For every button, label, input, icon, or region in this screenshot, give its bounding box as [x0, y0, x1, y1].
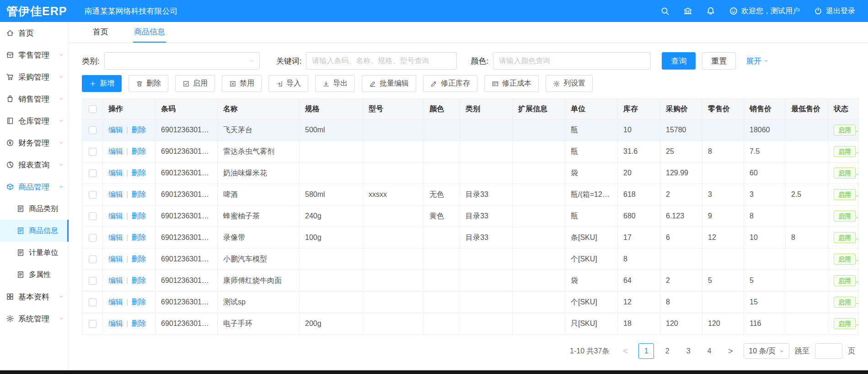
- row-checkbox[interactable]: [89, 148, 96, 156]
- reset-button[interactable]: 重置: [702, 52, 736, 70]
- sidebar-subitem-2[interactable]: 计量单位: [0, 242, 69, 264]
- edit-link[interactable]: 编辑: [108, 212, 123, 220]
- sidebar-item-4[interactable]: 仓库管理: [0, 110, 69, 132]
- chevron-up-icon: [59, 184, 64, 190]
- toolbar-button-0[interactable]: 新增: [82, 75, 122, 92]
- bell-icon[interactable]: [706, 6, 715, 16]
- toolbar-button-2[interactable]: 启用: [175, 75, 215, 92]
- page-button-3[interactable]: 3: [680, 343, 696, 359]
- row-checkbox[interactable]: [89, 126, 96, 134]
- sidebar-item-7[interactable]: 商品管理: [0, 176, 69, 198]
- toolbar-button-9[interactable]: 列设置: [546, 75, 593, 92]
- search-button[interactable]: 查询: [662, 52, 696, 70]
- tab-1[interactable]: 商品信息: [133, 22, 166, 43]
- tab-0[interactable]: 首页: [92, 22, 109, 43]
- row-checkbox[interactable]: [89, 169, 96, 177]
- table-head: 操作条码名称规格型号颜色类别扩展信息单位库存采购价零售价销售价最低售价状态: [82, 99, 859, 119]
- sidebar-subitem-0[interactable]: 商品类别: [0, 198, 69, 220]
- toolbar-button-6[interactable]: 批量编辑: [362, 75, 416, 92]
- link-separator: |: [126, 233, 128, 241]
- jump-page-input[interactable]: [815, 343, 842, 359]
- sidebar-item-6[interactable]: 报表查询: [0, 154, 69, 176]
- select-all-checkbox[interactable]: [89, 105, 96, 113]
- cell-ext: [513, 184, 565, 206]
- delete-link[interactable]: 删除: [131, 276, 146, 284]
- bank-icon[interactable]: [683, 6, 692, 16]
- sidebar-item-8[interactable]: 基本资料: [0, 286, 69, 308]
- edit-link[interactable]: 编辑: [108, 233, 123, 241]
- welcome-user[interactable]: 欢迎您，测试用户: [729, 6, 800, 16]
- edit-link[interactable]: 编辑: [108, 320, 123, 327]
- row-checkbox[interactable]: [89, 298, 96, 306]
- color-input[interactable]: [493, 52, 651, 70]
- sidebar-subitem-label: 商品信息: [29, 226, 58, 236]
- sidebar-item-0[interactable]: 首页: [0, 22, 69, 44]
- category-select[interactable]: [104, 52, 260, 70]
- toolbar-button-5[interactable]: 导出: [315, 75, 355, 92]
- sidebar-subitem-1[interactable]: 商品信息: [0, 220, 69, 242]
- column-header-10: 采购价: [660, 99, 702, 119]
- keyword-input[interactable]: [306, 52, 457, 70]
- column-settings-icon: [553, 80, 560, 87]
- delete-link[interactable]: 删除: [131, 233, 146, 241]
- edit-link[interactable]: 编辑: [108, 276, 123, 284]
- search-icon[interactable]: [660, 6, 670, 16]
- cell-stock: 17: [618, 227, 660, 249]
- delete-link[interactable]: 删除: [131, 298, 146, 306]
- sidebar-item-5[interactable]: 财务管理: [0, 132, 69, 154]
- delete-link[interactable]: 删除: [131, 212, 146, 220]
- row-actions: 编辑|删除: [103, 184, 155, 206]
- cell-status: 启用: [828, 313, 859, 335]
- cell-purchase_price: 129.99: [660, 163, 702, 184]
- edit-link[interactable]: 编辑: [108, 147, 123, 155]
- delete-link[interactable]: 删除: [131, 147, 146, 155]
- row-checkbox[interactable]: [89, 277, 96, 285]
- doc-icon: [16, 205, 25, 213]
- cell-category: [460, 119, 513, 141]
- edit-link[interactable]: 编辑: [108, 126, 123, 134]
- row-checkbox[interactable]: [89, 212, 96, 220]
- logout-button[interactable]: 退出登录: [814, 6, 855, 16]
- toolbar-button-8[interactable]: 修正成本: [484, 75, 539, 92]
- enable-icon: [182, 80, 190, 87]
- sidebar-item-label: 系统管理: [18, 314, 49, 324]
- row-checkbox[interactable]: [89, 191, 96, 199]
- page-button-2[interactable]: 2: [659, 343, 675, 359]
- delete-link[interactable]: 删除: [131, 126, 146, 134]
- delete-link[interactable]: 删除: [131, 169, 146, 177]
- edit-link[interactable]: 编辑: [108, 255, 123, 263]
- sidebar-item-1[interactable]: 零售管理: [0, 44, 69, 66]
- edit-link[interactable]: 编辑: [108, 169, 123, 177]
- cell-purchase_price: 6: [660, 227, 702, 249]
- row-checkbox[interactable]: [89, 320, 96, 328]
- status-badge: 启用: [834, 168, 856, 179]
- next-page-button[interactable]: >: [723, 343, 738, 359]
- toolbar-button-1[interactable]: 删除: [129, 75, 168, 92]
- sidebar-item-2[interactable]: 采购管理: [0, 66, 69, 88]
- edit-link[interactable]: 编辑: [108, 298, 123, 306]
- cell-min_price: [786, 119, 828, 141]
- sidebar-item-3[interactable]: 销售管理: [0, 88, 69, 110]
- cell-stock: 618: [618, 184, 660, 206]
- page-button-1[interactable]: 1: [638, 343, 654, 359]
- table-row-4: 编辑|删除6901236301337蜂蜜柚子茶240g黄色目录33瓶6806.1…: [82, 206, 859, 227]
- cell-color: [424, 119, 460, 141]
- prev-page-button[interactable]: <: [617, 343, 633, 359]
- toolbar-button-3[interactable]: 禁用: [222, 75, 262, 92]
- expand-link[interactable]: 展开: [746, 56, 769, 66]
- toolbar-button-7[interactable]: 修正库存: [423, 75, 477, 92]
- sidebar-subitem-3[interactable]: 多属性: [0, 264, 69, 286]
- delete-link[interactable]: 删除: [131, 190, 146, 198]
- delete-link[interactable]: 删除: [131, 255, 146, 263]
- cell-spec: [300, 141, 363, 163]
- edit-link[interactable]: 编辑: [108, 190, 123, 198]
- sidebar-item-9[interactable]: 系统管理: [0, 308, 69, 330]
- page-button-4[interactable]: 4: [702, 343, 717, 359]
- row-checkbox[interactable]: [89, 234, 96, 242]
- delete-link[interactable]: 删除: [131, 320, 146, 327]
- cell-name: 电子手环: [218, 313, 300, 335]
- cell-sale_price: 8: [744, 206, 786, 227]
- page-size-select[interactable]: 10 条/页: [744, 343, 789, 359]
- row-checkbox[interactable]: [89, 255, 96, 263]
- toolbar-button-4[interactable]: 导入: [268, 75, 308, 92]
